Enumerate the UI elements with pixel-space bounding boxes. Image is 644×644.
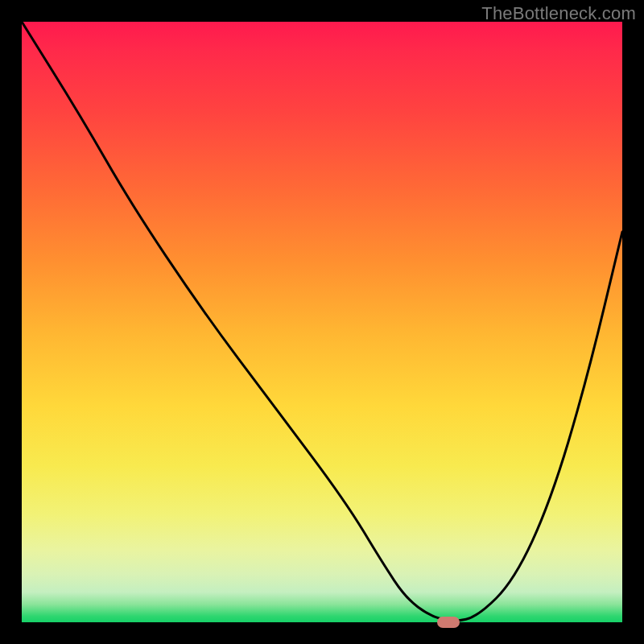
watermark-text: TheBottleneck.com bbox=[481, 3, 636, 24]
chart-root: TheBottleneck.com bbox=[0, 0, 644, 644]
optimal-marker bbox=[437, 617, 460, 628]
chart-plot-area bbox=[22, 22, 622, 622]
